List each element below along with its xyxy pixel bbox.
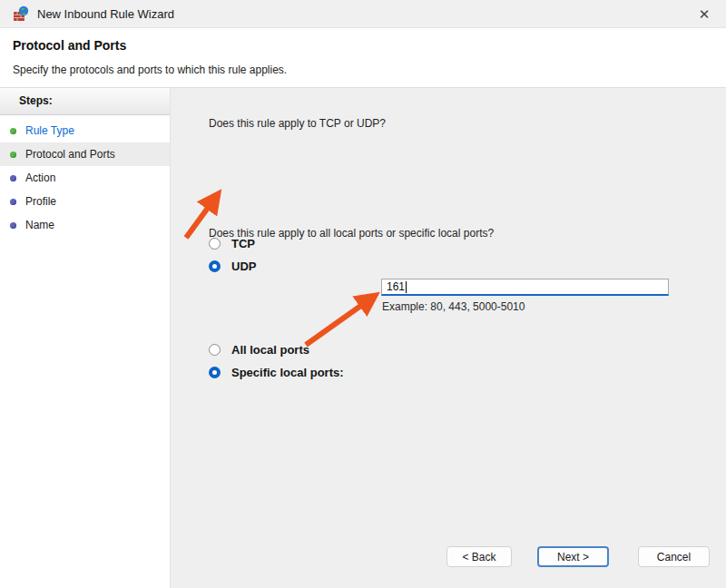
specific-local-ports-radio-label: Specific local ports: [231,366,344,379]
sidebar-item-name[interactable]: Name [0,213,170,237]
specific-ports-input-value: 161 [387,280,405,293]
back-button[interactable]: < Back [446,546,512,567]
sidebar-item-label: Action [25,172,55,184]
sidebar-item-action[interactable]: Action [0,166,170,190]
ports-example-hint: Example: 80, 443, 5000-5010 [382,300,525,313]
sidebar-item-label: Profile [25,195,56,208]
protocol-question: Does this rule apply to TCP or UDP? [209,117,386,130]
steps-heading: Steps: [0,88,170,115]
steps-list: Rule Type Protocol and Ports Action Prof… [0,119,170,237]
all-local-ports-radio-icon [209,344,221,356]
wizard-content-pane: Does this rule apply to TCP or UDP? TCP … [171,88,726,588]
new-inbound-rule-wizard-window: New Inbound Rule Wizard ✕ Protocol and P… [0,0,726,588]
firewall-icon [13,5,29,22]
step-completed-bullet-icon [10,152,16,158]
page-title: Protocol and Ports [13,38,126,53]
step-upcoming-bullet-icon [10,199,16,205]
arrow-to-ports-input [306,296,375,345]
udp-radio-icon [209,260,221,272]
annotation-arrows [171,88,726,588]
sidebar-item-label: Protocol and Ports [25,148,115,161]
step-completed-bullet-icon [10,128,16,134]
sidebar-item-rule-type[interactable]: Rule Type [0,119,170,142]
all-local-ports-radio-option[interactable]: All local ports [209,342,309,357]
page-subtitle: Specify the protocols and ports to which… [13,64,287,76]
title-bar[interactable]: New Inbound Rule Wizard ✕ [0,0,726,28]
specific-local-ports-radio-option[interactable]: Specific local ports: [209,365,344,379]
close-icon[interactable]: ✕ [694,5,714,24]
window-title: New Inbound Rule Wizard [37,7,174,21]
next-button[interactable]: Next > [537,546,609,567]
specific-local-ports-radio-icon [209,367,221,378]
ports-question: Does this rule apply to all local ports … [209,227,494,240]
sidebar-item-profile[interactable]: Profile [0,190,170,213]
udp-radio-label: UDP [231,260,256,273]
all-local-ports-radio-label: All local ports [231,343,309,357]
text-caret [406,281,407,293]
specific-ports-input[interactable]: 161 [381,279,669,296]
steps-sidebar: Steps: Rule Type Protocol and Ports Acti… [0,88,171,588]
sidebar-item-label: Name [25,219,54,231]
cancel-button[interactable]: Cancel [638,546,710,567]
sidebar-item-protocol-and-ports[interactable]: Protocol and Ports [0,142,170,166]
wizard-header: Protocol and Ports Specify the protocols… [0,28,726,88]
udp-radio-option[interactable]: UDP [209,259,256,273]
step-upcoming-bullet-icon [10,222,16,229]
step-upcoming-bullet-icon [10,175,16,181]
sidebar-item-label: Rule Type [25,124,74,137]
